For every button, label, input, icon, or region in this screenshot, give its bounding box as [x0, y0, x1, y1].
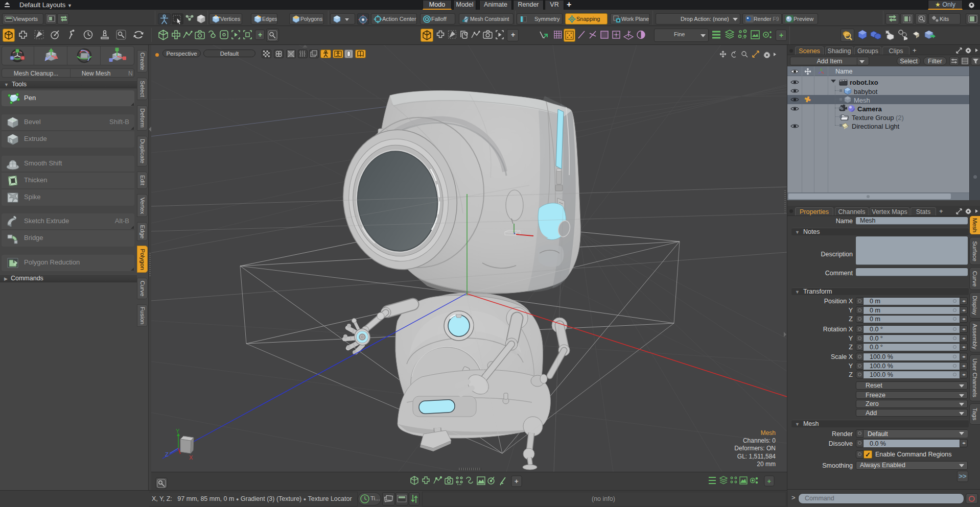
- svg-text:X: X: [189, 454, 193, 461]
- svg-text:Y: Y: [176, 428, 180, 434]
- svg-text:+: +: [767, 477, 772, 485]
- svg-text:Z: Z: [165, 451, 169, 457]
- svg-text:+: +: [515, 477, 519, 485]
